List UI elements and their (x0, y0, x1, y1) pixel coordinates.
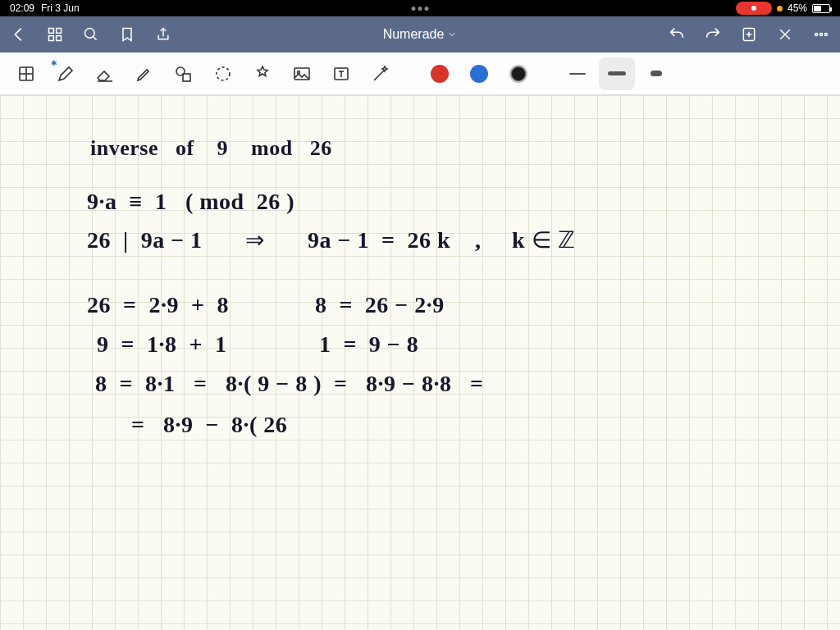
location-indicator-icon (777, 6, 783, 11)
status-right: 45% (736, 2, 830, 15)
svg-point-11 (815, 34, 818, 36)
color-black[interactable] (500, 57, 536, 90)
svg-line-26 (374, 71, 384, 80)
image-tool[interactable] (284, 57, 320, 90)
handwritten-line: = 8·9 − 8·( 26 (131, 412, 287, 438)
svg-line-5 (94, 37, 97, 40)
document-title: Numerade (383, 27, 445, 42)
handwritten-line: 26 | 9a − 1 ⇒ 9a − 1 = 26 k , k ∈ ℤ (87, 226, 575, 253)
lasso-tool[interactable] (205, 57, 241, 90)
eraser-tool[interactable] (87, 57, 123, 90)
color-red[interactable] (422, 57, 458, 90)
handwritten-line: 8 = 8·1 = 8·( 9 − 8 ) = 8·9 − 8·8 = (95, 371, 483, 397)
color-blue[interactable] (461, 57, 497, 90)
svg-point-12 (819, 34, 822, 36)
clock-time: 02:09 (10, 2, 34, 14)
stroke-medium[interactable] (599, 57, 635, 90)
svg-rect-0 (49, 29, 54, 34)
back-button[interactable] (10, 25, 28, 43)
svg-point-13 (824, 34, 827, 36)
stamp-tool[interactable] (244, 57, 281, 90)
share-button[interactable] (154, 25, 172, 43)
highlighter-tool[interactable] (126, 57, 162, 90)
handwritten-line: 9·a ≡ 1 ( mod 26 ) (87, 189, 294, 215)
toolbar: ✱ (0, 52, 840, 95)
battery-icon (812, 4, 830, 13)
svg-rect-1 (57, 29, 62, 34)
magic-tool[interactable] (363, 57, 399, 90)
status-bar: 02:09 Fri 3 Jun 45% (0, 0, 840, 16)
clock-date: Fri 3 Jun (41, 2, 80, 14)
pen-tool[interactable]: ✱ (48, 57, 84, 90)
stroke-thin[interactable] (559, 57, 596, 90)
multitask-dots[interactable] (412, 7, 429, 11)
nav-bar: Numerade (0, 16, 840, 52)
svg-rect-3 (57, 36, 62, 41)
more-button[interactable] (812, 25, 830, 43)
bluetooth-icon: ✱ (51, 59, 57, 67)
svg-point-4 (85, 29, 95, 39)
notebook-tool[interactable] (8, 57, 44, 90)
chevron-down-icon (447, 30, 457, 39)
handwritten-line: inverse of 9 mod 26 (90, 136, 332, 161)
battery-percent: 45% (788, 2, 807, 14)
document-title-button[interactable]: Numerade (383, 27, 458, 42)
undo-button[interactable] (668, 25, 686, 43)
note-canvas[interactable]: inverse of 9 mod 26 9·a ≡ 1 ( mod 26 ) 2… (0, 95, 840, 630)
close-button[interactable] (776, 25, 794, 43)
status-left: 02:09 Fri 3 Jun (10, 2, 80, 14)
text-tool[interactable] (323, 57, 359, 90)
svg-rect-19 (183, 74, 190, 81)
stroke-thick[interactable] (638, 57, 674, 90)
handwritten-line: 9 = 1·8 + 1 1 = 9 − 8 (97, 331, 418, 358)
grid-background (0, 95, 840, 630)
recording-indicator[interactable] (736, 2, 772, 15)
shapes-tool[interactable] (166, 57, 202, 90)
grid-button[interactable] (46, 25, 64, 43)
search-button[interactable] (82, 25, 100, 43)
svg-rect-2 (49, 36, 54, 41)
bookmark-button[interactable] (118, 25, 136, 43)
add-page-button[interactable] (740, 25, 758, 43)
handwritten-line: 26 = 2·9 + 8 8 = 26 − 2·9 (87, 292, 445, 318)
svg-point-20 (217, 67, 230, 80)
redo-button[interactable] (704, 25, 722, 43)
